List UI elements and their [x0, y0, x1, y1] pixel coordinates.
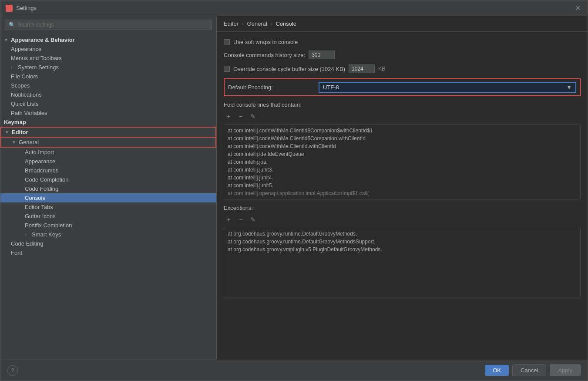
- exceptions-remove-button[interactable]: −: [236, 215, 245, 224]
- override-buffer-input[interactable]: [349, 64, 375, 73]
- breadcrumb-sep2: ›: [270, 20, 272, 27]
- sidebar-item-breadcrumbs[interactable]: Breadcrumbs: [0, 166, 216, 175]
- breadcrumb-sep1: ›: [242, 20, 244, 27]
- apply-button[interactable]: Apply: [550, 364, 581, 376]
- sidebar-item-label: Editor Tabs: [25, 204, 53, 210]
- override-buffer-label: Override console cycle buffer size (1024…: [233, 66, 345, 72]
- sidebar-item-code-completion[interactable]: Code Completion: [0, 175, 216, 184]
- breadcrumb: Editor › General › Console: [217, 16, 588, 32]
- sidebar-item-general[interactable]: ▼ General: [0, 138, 216, 148]
- sidebar-item-editor[interactable]: ▼ Editor: [0, 127, 216, 138]
- list-item[interactable]: at org.codehaus.groovy.runtime.DefaultGr…: [226, 230, 578, 238]
- soft-wrap-row: Use soft wraps in console: [224, 39, 581, 45]
- sidebar-item-label: Quick Lists: [11, 101, 39, 107]
- list-item[interactable]: at com.intellij.junit4.: [226, 174, 578, 182]
- sidebar-item-smart-keys[interactable]: › Smart Keys: [0, 230, 216, 239]
- sidebar-item-editor-tabs[interactable]: Editor Tabs: [0, 202, 216, 212]
- sidebar-item-code-editing[interactable]: Code Editing: [0, 239, 216, 248]
- breadcrumb-part3: Console: [276, 20, 296, 27]
- ok-button[interactable]: OK: [485, 365, 509, 376]
- sidebar-item-label: Postfix Completion: [25, 222, 72, 229]
- sidebar-item-system-settings[interactable]: › System Settings: [0, 63, 216, 72]
- list-item[interactable]: at com.intellij.openapi.application.impl…: [226, 189, 578, 197]
- override-buffer-row: Override console cycle buffer size (1024…: [224, 64, 581, 73]
- exceptions-add-button[interactable]: +: [224, 215, 233, 224]
- help-button[interactable]: ?: [7, 365, 18, 376]
- sidebar-item-file-colors[interactable]: File Colors: [0, 72, 216, 81]
- history-size-input[interactable]: [309, 51, 335, 59]
- sidebar: 🔍 ▼ Appearance & Behavior Appearance Men…: [0, 16, 217, 360]
- cancel-button[interactable]: Cancel: [512, 364, 546, 376]
- breadcrumb-part2: General: [247, 20, 267, 27]
- sidebar-item-label: Scopes: [11, 82, 30, 89]
- sidebar-item-menus-toolbars[interactable]: Menus and Toolbars: [0, 54, 216, 63]
- fold-remove-button[interactable]: −: [236, 111, 245, 121]
- sidebar-item-scopes[interactable]: Scopes: [0, 81, 216, 90]
- soft-wrap-checkbox[interactable]: [224, 39, 230, 45]
- override-buffer-checkbox[interactable]: [224, 66, 230, 72]
- fold-lines-title: Fold console lines that contain:: [224, 101, 581, 108]
- exceptions-title: Exceptions:: [224, 205, 581, 211]
- sidebar-item-label: Auto Import: [25, 149, 54, 155]
- footer: ? OK Cancel Apply: [0, 360, 588, 381]
- content-area: 🔍 ▼ Appearance & Behavior Appearance Men…: [0, 16, 588, 360]
- sidebar-item-label: Appearance & Behavior: [11, 37, 75, 43]
- sidebar-item-code-folding[interactable]: Code Folding: [0, 184, 216, 193]
- settings-dialog: Settings ✕ 🔍 ▼ Appearance & Behavior App…: [0, 0, 588, 381]
- sidebar-item-auto-import[interactable]: Auto Import: [0, 148, 216, 157]
- list-item[interactable]: at org.codehaus.groovy.vmplugin.v5.Plugi…: [226, 246, 578, 253]
- chevron-down-icon: ▼: [4, 37, 9, 42]
- kb-label: KB: [378, 66, 385, 72]
- soft-wrap-label: Use soft wraps in console: [233, 39, 298, 45]
- encoding-value: UTF-8: [323, 84, 339, 91]
- exceptions-section: Exceptions: + − ✎ at org.codehaus.groovy…: [224, 205, 581, 297]
- sidebar-item-appearance[interactable]: Appearance: [0, 44, 216, 54]
- main-panel: Editor › General › Console Use soft wrap…: [217, 16, 588, 360]
- sidebar-item-label: File Colors: [11, 73, 38, 80]
- list-item[interactable]: at com.intellij.ide.IdeEventQueue: [226, 150, 578, 158]
- sidebar-item-appearance-behavior[interactable]: ▼ Appearance & Behavior: [0, 35, 216, 44]
- sidebar-item-label: Path Variables: [11, 110, 47, 116]
- chevron-down-icon: ▼: [5, 130, 10, 135]
- fold-add-button[interactable]: +: [224, 111, 233, 121]
- chevron-down-icon: ▼: [12, 140, 17, 145]
- sidebar-item-postfix-completion[interactable]: Postfix Completion: [0, 221, 216, 230]
- sidebar-tree: ▼ Appearance & Behavior Appearance Menus…: [0, 34, 216, 360]
- search-input[interactable]: [18, 22, 208, 28]
- list-item[interactable]: at com.intellij.junit5.: [226, 182, 578, 189]
- encoding-label: Default Encoding:: [228, 84, 315, 91]
- list-item[interactable]: at com.intellij.codeWithMe.ClientId$Comp…: [226, 127, 578, 135]
- sidebar-item-path-variables[interactable]: Path Variables: [0, 108, 216, 118]
- sidebar-item-font[interactable]: Font: [0, 248, 216, 257]
- list-item[interactable]: at com.intellij.junit3.: [226, 166, 578, 174]
- exceptions-edit-button[interactable]: ✎: [248, 215, 258, 224]
- sidebar-item-label: Appearance: [11, 46, 41, 52]
- exceptions-action-bar: + − ✎: [224, 215, 581, 224]
- sidebar-item-label: General: [19, 139, 39, 145]
- sidebar-item-label: Breadcrumbs: [25, 167, 58, 174]
- encoding-select[interactable]: UTF-8 ▼: [319, 82, 576, 93]
- sidebar-item-quick-lists[interactable]: Quick Lists: [0, 99, 216, 108]
- chevron-right-icon: ›: [25, 232, 30, 237]
- sidebar-item-console[interactable]: Console: [0, 193, 216, 202]
- search-box[interactable]: 🔍: [5, 20, 212, 30]
- sidebar-item-label: Keymap: [4, 119, 26, 125]
- sidebar-item-keymap[interactable]: Keymap: [0, 118, 216, 127]
- list-item[interactable]: at org.codehaus.groovy.runtime.DefaultGr…: [226, 238, 578, 246]
- sidebar-item-gutter-icons[interactable]: Gutter Icons: [0, 212, 216, 221]
- title-bar: Settings ✕: [0, 0, 588, 16]
- fold-edit-button[interactable]: ✎: [248, 111, 258, 121]
- sidebar-item-appearance2[interactable]: Appearance: [0, 157, 216, 166]
- search-icon: 🔍: [9, 22, 15, 28]
- close-button[interactable]: ✕: [573, 4, 582, 12]
- sidebar-item-label: Appearance: [25, 158, 55, 165]
- sidebar-item-label: Editor: [12, 129, 28, 135]
- list-item[interactable]: at com.intellij.codeWithMe.ClientId.with…: [226, 142, 578, 150]
- list-item[interactable]: at com.intellij.codeWithMe.ClientId$Comp…: [226, 135, 578, 142]
- exceptions-list: at org.codehaus.groovy.runtime.DefaultGr…: [224, 228, 581, 297]
- sidebar-item-notifications[interactable]: Notifications: [0, 90, 216, 99]
- list-item[interactable]: at com.intellij.jpa.: [226, 158, 578, 166]
- history-size-label: Console commands history size:: [224, 52, 305, 58]
- sidebar-item-label: Gutter Icons: [25, 213, 56, 219]
- sidebar-item-label: Smart Keys: [32, 231, 61, 238]
